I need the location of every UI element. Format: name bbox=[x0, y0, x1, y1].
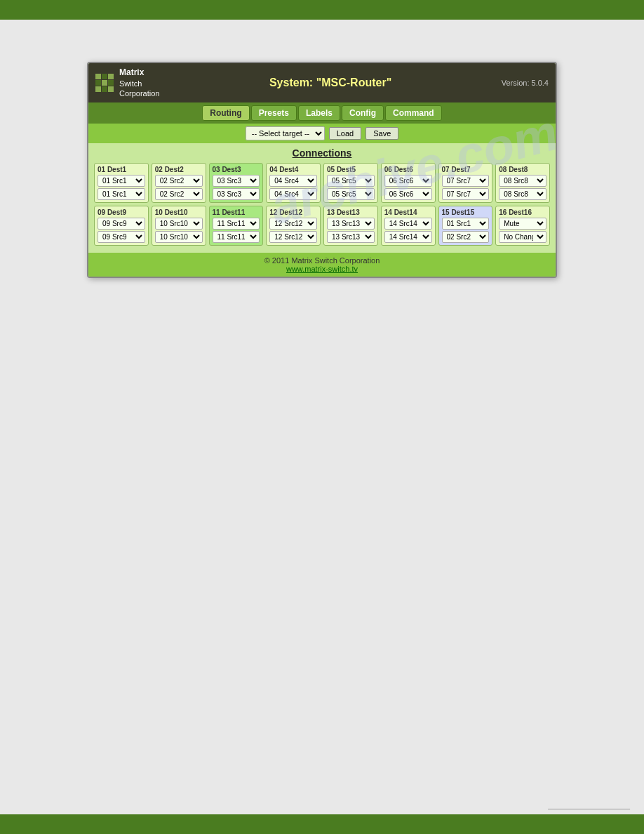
dest-select-09-src1[interactable]: 09 Src9 bbox=[98, 218, 145, 230]
dest-label-15: 15 Dest15 bbox=[442, 208, 490, 216]
dest-row-1: 01 Dest1 01 Src1 01 Src1 02 Dest2 02 Src… bbox=[94, 163, 550, 203]
system-name: "MSC-Router" bbox=[316, 77, 392, 88]
router-header: Matrix Switch Corporation System: "MSC-R… bbox=[88, 63, 556, 102]
dest-cell-03: 03 Dest3 03 Src3 03 Src3 bbox=[209, 163, 264, 203]
tab-routing[interactable]: Routing bbox=[202, 105, 249, 121]
dest-select-14-src2[interactable]: 14 Src14 bbox=[384, 231, 432, 243]
bottom-page-text: _____________________ bbox=[548, 802, 630, 809]
bottom-bar: _____________________ bbox=[0, 814, 644, 834]
dest-cell-01: 01 Dest1 01 Src1 01 Src1 bbox=[94, 163, 149, 203]
dest-select-05-src1[interactable]: 05 Src5 bbox=[327, 175, 375, 187]
dest-select-03-src2[interactable]: 03 Src3 bbox=[213, 188, 260, 200]
company-name-line3: Corporation bbox=[119, 88, 159, 98]
dest-select-05-src2[interactable]: 05 Src5 bbox=[327, 188, 375, 200]
dest-cell-09: 09 Dest9 09 Src9 09 Src9 bbox=[94, 206, 149, 246]
system-title: System: "MSC-Router" bbox=[159, 77, 501, 89]
connections-area: Connections 01 Dest1 01 Src1 01 Src1 02 … bbox=[88, 143, 556, 253]
dest-cell-08: 08 Dest8 08 Src8 08 Src8 bbox=[495, 163, 550, 203]
dest-label-05: 05 Dest5 bbox=[327, 166, 375, 173]
logo-cell bbox=[95, 74, 101, 79]
dest-cell-13: 13 Dest13 13 Src13 13 Src13 bbox=[323, 206, 378, 246]
logo-area: Matrix Switch Corporation bbox=[95, 67, 159, 98]
dest-label-04: 04 Dest4 bbox=[269, 166, 317, 173]
dest-select-03-src1[interactable]: 03 Src3 bbox=[213, 175, 260, 187]
dest-label-16: 16 Dest16 bbox=[499, 208, 546, 216]
dest-cell-05: 05 Dest5 05 Src5 05 Src5 bbox=[323, 163, 378, 203]
version-text: Version: 5.0.4 bbox=[502, 79, 549, 87]
dest-cell-14: 14 Dest14 14 Src14 14 Src14 bbox=[381, 206, 436, 246]
dest-select-08-src1[interactable]: 08 Src8 bbox=[499, 175, 546, 187]
dest-select-08-src2[interactable]: 08 Src8 bbox=[499, 188, 546, 200]
dest-select-13-src1[interactable]: 13 Src13 bbox=[327, 218, 375, 230]
dest-label-12: 12 Dest12 bbox=[269, 208, 317, 216]
company-name: Matrix bbox=[119, 67, 159, 79]
dest-label-14: 14 Dest14 bbox=[384, 208, 432, 216]
dest-cell-12: 12 Dest12 12 Src12 12 Src12 bbox=[266, 206, 321, 246]
connections-title: Connections bbox=[94, 147, 550, 159]
top-bar bbox=[0, 0, 644, 20]
dest-select-07-src1[interactable]: 07 Src7 bbox=[442, 175, 490, 187]
dest-label-01: 01 Dest1 bbox=[98, 166, 145, 173]
dest-select-11-src1[interactable]: 11 Src11 bbox=[213, 218, 260, 230]
logo-cell bbox=[102, 74, 107, 79]
dest-select-15-src1[interactable]: 01 Src1 bbox=[442, 218, 490, 230]
company-name-line2: Switch bbox=[119, 79, 159, 88]
router-footer: © 2011 Matrix Switch Corporation www.mat… bbox=[88, 253, 556, 277]
load-button[interactable]: Load bbox=[329, 127, 361, 140]
dest-select-12-src2[interactable]: 12 Src12 bbox=[269, 231, 317, 243]
dest-select-01-src2[interactable]: 01 Src1 bbox=[98, 188, 145, 200]
dest-label-10: 10 Dest10 bbox=[155, 208, 203, 216]
dest-label-03: 03 Dest3 bbox=[213, 166, 260, 173]
dest-select-15-src2[interactable]: 02 Src2 bbox=[442, 231, 490, 243]
dest-label-07: 07 Dest7 bbox=[442, 166, 490, 173]
tab-labels[interactable]: Labels bbox=[298, 105, 340, 121]
dest-select-16-src1[interactable]: Mute bbox=[499, 218, 546, 230]
dest-select-16-src2[interactable]: No Change bbox=[499, 231, 546, 243]
page-content: archive.com Matrix Switch bbox=[0, 20, 644, 320]
dest-select-06-src2[interactable]: 06 Src6 bbox=[384, 188, 432, 200]
dest-label-06: 06 Dest6 bbox=[384, 166, 432, 173]
logo-cell bbox=[102, 86, 107, 92]
dest-select-07-src2[interactable]: 07 Src7 bbox=[442, 188, 490, 200]
logo-cell bbox=[108, 74, 114, 79]
system-label: System: bbox=[269, 77, 316, 88]
dest-select-14-src1[interactable]: 14 Src14 bbox=[384, 218, 432, 230]
dest-select-01-src1[interactable]: 01 Src1 bbox=[98, 175, 145, 187]
logo-grid bbox=[95, 74, 114, 92]
logo-cell bbox=[95, 80, 101, 86]
dest-cell-16: 16 Dest16 Mute No Change bbox=[495, 206, 550, 246]
dest-cell-07: 07 Dest7 07 Src7 07 Src7 bbox=[438, 163, 493, 203]
dest-cell-06: 06 Dest6 06 Src6 06 Src6 bbox=[381, 163, 436, 203]
target-select[interactable]: -- Select target -- bbox=[246, 126, 325, 140]
dest-select-04-src1[interactable]: 04 Src4 bbox=[269, 175, 317, 187]
logo-cell bbox=[102, 80, 107, 86]
tab-command[interactable]: Command bbox=[385, 105, 442, 121]
tab-config[interactable]: Config bbox=[342, 105, 384, 121]
dest-select-11-src2[interactable]: 11 Src11 bbox=[213, 231, 260, 243]
dest-select-13-src2[interactable]: 13 Src13 bbox=[327, 231, 375, 243]
toolbar: -- Select target -- Load Save bbox=[88, 124, 556, 143]
footer-copyright: © 2011 Matrix Switch Corporation bbox=[92, 256, 552, 265]
tab-presets[interactable]: Presets bbox=[251, 105, 297, 121]
dest-select-10-src2[interactable]: 10 Src10 bbox=[155, 231, 203, 243]
dest-select-02-src2[interactable]: 02 Src2 bbox=[155, 188, 203, 200]
nav-tabs: Routing Presets Labels Config Command bbox=[88, 102, 556, 124]
dest-select-06-src1[interactable]: 06 Src6 bbox=[384, 175, 432, 187]
save-button[interactable]: Save bbox=[365, 127, 398, 140]
dest-label-09: 09 Dest9 bbox=[98, 208, 145, 216]
dest-select-12-src1[interactable]: 12 Src12 bbox=[269, 218, 317, 230]
footer-website[interactable]: www.matrix-switch.tv bbox=[286, 265, 358, 273]
logo-cell bbox=[108, 80, 114, 86]
dest-select-02-src1[interactable]: 02 Src2 bbox=[155, 175, 203, 187]
dest-label-08: 08 Dest8 bbox=[499, 166, 546, 173]
dest-select-04-src2[interactable]: 04 Src4 bbox=[269, 188, 317, 200]
dest-label-02: 02 Dest2 bbox=[155, 166, 203, 173]
dest-select-10-src1[interactable]: 10 Src10 bbox=[155, 218, 203, 230]
router-widget: Matrix Switch Corporation System: "MSC-R… bbox=[87, 62, 557, 278]
dest-label-13: 13 Dest13 bbox=[327, 208, 375, 216]
dest-select-09-src2[interactable]: 09 Src9 bbox=[98, 231, 145, 243]
dest-cell-02: 02 Dest2 02 Src2 02 Src2 bbox=[152, 163, 206, 203]
dest-cell-04: 04 Dest4 04 Src4 04 Src4 bbox=[266, 163, 321, 203]
dest-row-2: 09 Dest9 09 Src9 09 Src9 10 Dest10 10 Sr… bbox=[94, 206, 550, 246]
logo-text: Matrix Switch Corporation bbox=[119, 67, 159, 98]
